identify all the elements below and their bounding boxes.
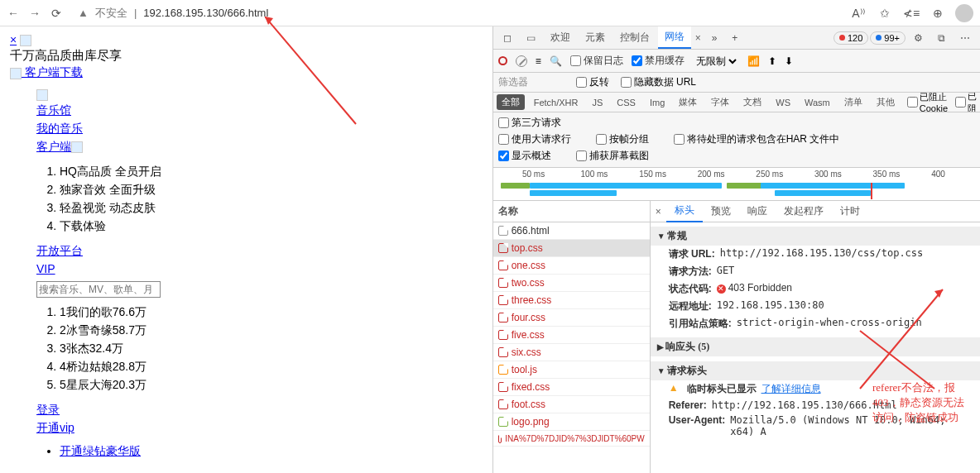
list-item: 下载体验	[60, 217, 483, 235]
type-chip[interactable]: 文档	[738, 94, 766, 110]
request-row[interactable]: foot.css	[493, 396, 650, 413]
type-chip[interactable]: Fetch/XHR	[529, 96, 584, 109]
invert-checkbox[interactable]: 反转	[576, 75, 609, 89]
read-aloud-icon[interactable]: A⁾⁾	[849, 7, 867, 20]
request-row[interactable]: top.css	[493, 240, 650, 257]
load-marker	[871, 183, 872, 199]
info-badge[interactable]: 99+	[870, 31, 906, 45]
type-chip[interactable]: Wasm	[800, 96, 835, 109]
section-header[interactable]: 请求标头	[651, 361, 980, 380]
tab-response[interactable]: 响应	[739, 201, 776, 222]
more-tabs-icon[interactable]: »	[705, 29, 724, 47]
green-diamond-link[interactable]: 开通绿钻豪华版	[60, 444, 141, 457]
type-chip[interactable]: 字体	[706, 94, 734, 110]
tab-preview[interactable]: 预览	[703, 201, 739, 222]
tab-elements[interactable]: 元素	[579, 27, 612, 48]
tab-console[interactable]: 控制台	[613, 27, 656, 48]
collections-icon[interactable]: ⊕	[929, 7, 947, 20]
har-pending-checkbox[interactable]: 将待处理的请求包含在HAR 文件中	[674, 132, 840, 146]
request-row[interactable]: INA%7D%7DJID%7%3DJIDT%60PW	[493, 431, 650, 447]
record-icon[interactable]	[498, 56, 507, 65]
close-link[interactable]: ×	[10, 33, 17, 46]
request-row[interactable]: logo.png	[493, 413, 650, 431]
search-icon[interactable]: 🔍	[550, 55, 562, 67]
tab-network[interactable]: 网络	[658, 26, 691, 49]
blocked-cookie-checkbox[interactable]: 已阻止 Cookie	[907, 93, 948, 112]
dock-icon[interactable]: ⧉	[931, 29, 952, 47]
type-chip[interactable]: CSS	[612, 96, 641, 109]
request-row[interactable]: four.css	[493, 309, 650, 327]
open-platform-link[interactable]: 开放平台	[36, 241, 483, 260]
profile-avatar[interactable]	[955, 4, 973, 22]
more-icon[interactable]: ⋯	[954, 29, 977, 47]
section-header[interactable]: 响应头 (5)	[651, 337, 980, 356]
insecure-label: 不安全	[95, 6, 127, 21]
request-row[interactable]: five.css	[493, 327, 650, 344]
device-icon[interactable]: ▭	[520, 29, 542, 47]
favorite-icon[interactable]: ✩	[876, 7, 894, 20]
search-input[interactable]	[36, 281, 161, 298]
type-chip[interactable]: 其他	[872, 94, 900, 110]
open-vip-link[interactable]: 开通vip	[36, 418, 483, 437]
nav-link[interactable]: 客户端	[36, 137, 483, 155]
request-row[interactable]: tool.js	[493, 361, 650, 379]
large-rows-checkbox[interactable]: 使用大请求行	[498, 132, 571, 146]
type-chip[interactable]: JS	[587, 96, 608, 109]
request-row[interactable]: 666.html	[493, 222, 650, 240]
request-row[interactable]: two.css	[493, 275, 650, 292]
login-link[interactable]: 登录	[36, 400, 483, 418]
broken-image-icon	[71, 141, 83, 153]
type-chip[interactable]: 清单	[839, 94, 867, 110]
clear-icon[interactable]	[516, 55, 527, 67]
nav-link[interactable]: 我的音乐	[36, 119, 483, 137]
wifi-icon[interactable]: 📶	[747, 55, 760, 67]
nav-link[interactable]: 音乐馆	[36, 101, 483, 119]
warning-icon: ▲	[669, 382, 679, 396]
type-chip[interactable]: WS	[771, 96, 795, 109]
reload-icon[interactable]: ⟳	[50, 7, 63, 20]
add-tab-icon[interactable]: +	[725, 29, 744, 47]
timeline-overview[interactable]: 50 ms 100 ms 150 ms 200 ms 250 ms 300 ms…	[493, 168, 980, 201]
third-party-checkbox[interactable]: 第三方请求	[498, 116, 561, 130]
vip-link[interactable]: VIP	[36, 260, 483, 278]
group-frame-checkbox[interactable]: 按帧分组	[596, 132, 649, 146]
disable-cache-checkbox[interactable]: 禁用缓存	[632, 54, 685, 68]
capture-screenshot-checkbox[interactable]: 捕获屏幕截图	[576, 149, 649, 163]
close-detail-icon[interactable]: ×	[651, 206, 666, 217]
show-overview-checkbox[interactable]: 显示概述	[498, 149, 551, 163]
request-row[interactable]: six.css	[493, 344, 650, 361]
upload-icon[interactable]: ⬆	[768, 55, 776, 67]
browser-toolbar: ← → ⟳ ▲ 不安全 | 192.168.195.130/666.html A…	[0, 0, 980, 26]
request-row[interactable]: fixed.css	[493, 379, 650, 396]
error-badge[interactable]: 120	[833, 31, 868, 45]
section-header[interactable]: 常规	[651, 227, 980, 246]
favorites-bar-icon[interactable]: ≮≡	[902, 7, 920, 20]
request-row[interactable]: one.css	[493, 257, 650, 275]
hide-data-url-checkbox[interactable]: 隐藏数据 URL	[621, 75, 696, 89]
name-header[interactable]: 名称	[493, 201, 650, 222]
blocked-req-checkbox[interactable]: 已阻	[955, 93, 977, 112]
user-agent-value: Mozilla/5.0 (Windows NT 10.0; Win64; x64…	[730, 414, 973, 437]
back-icon[interactable]: ←	[7, 7, 20, 20]
type-chip[interactable]: 媒体	[674, 94, 702, 110]
download-link[interactable]: 客户端下载	[22, 65, 83, 79]
tab-initiator[interactable]: 发起程序	[776, 201, 832, 222]
filter-input[interactable]: 筛选器	[498, 75, 564, 89]
request-row[interactable]: three.css	[493, 292, 650, 309]
address-bar[interactable]: ▲ 不安全 | 192.168.195.130/666.html	[71, 6, 841, 21]
type-chip[interactable]: 全部	[497, 94, 525, 110]
close-tab-icon[interactable]: ×	[693, 32, 704, 44]
tab-headers[interactable]: 标头	[666, 201, 703, 222]
filter-icon[interactable]: ≡	[536, 55, 541, 67]
forward-icon[interactable]: →	[28, 7, 41, 20]
download-icon[interactable]: ⬇	[785, 55, 793, 67]
type-chip[interactable]: Img	[645, 96, 670, 109]
tab-timing[interactable]: 计时	[832, 201, 868, 222]
inspect-icon[interactable]: ◻	[497, 29, 518, 47]
tab-welcome[interactable]: 欢迎	[544, 27, 577, 48]
throttle-select[interactable]: 无限制	[693, 55, 739, 68]
file-icon	[498, 260, 508, 270]
preserve-log-checkbox[interactable]: 保留日志	[570, 54, 623, 68]
settings-icon[interactable]: ⚙	[907, 29, 930, 47]
learn-more-link[interactable]: 了解详细信息	[761, 382, 821, 396]
